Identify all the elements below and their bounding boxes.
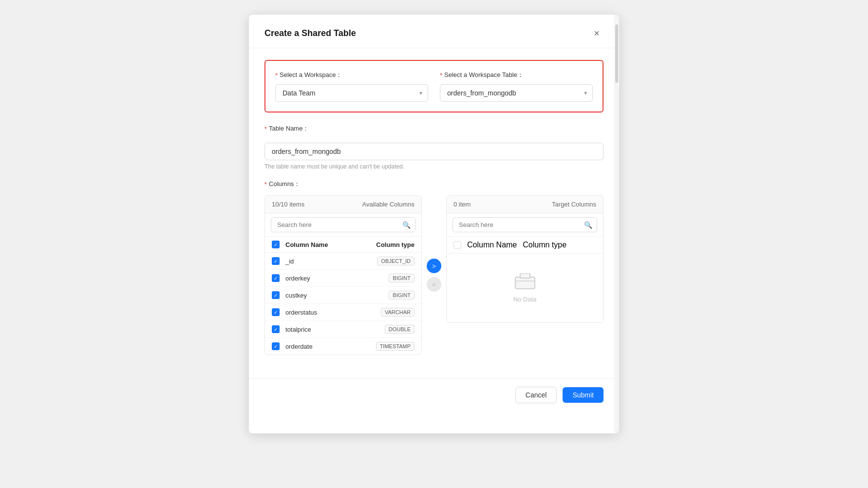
workspace-required-star: *	[275, 72, 278, 79]
dialog-body: * Select a Workspace： Data Team ▾ * Sele…	[249, 48, 619, 378]
table-name-required-star: *	[264, 125, 267, 132]
workspace-table-label-text: Select a Workspace Table：	[444, 71, 524, 79]
col-name-id: _id	[285, 258, 371, 265]
workspace-table-select[interactable]: orders_from_mongodb	[440, 84, 593, 102]
col-row-id: _id OBJECT_ID	[265, 253, 421, 270]
target-col-header: Column Name Column type	[447, 237, 603, 254]
col-name-totalprice: totalprice	[285, 326, 379, 333]
columns-required-star: *	[264, 181, 267, 188]
col-name-orderkey: orderkey	[285, 275, 383, 282]
table-name-input[interactable]	[264, 143, 604, 160]
col-checkbox-id[interactable]	[272, 257, 280, 265]
target-col-name-header: Column Name	[467, 241, 517, 249]
close-button[interactable]: ×	[590, 26, 604, 40]
col-row-orderdate: orderdate TIMESTAMP	[265, 338, 421, 355]
table-name-hint: The table name must be unique and can't …	[264, 163, 604, 170]
col-type-totalprice: DOUBLE	[385, 325, 415, 334]
columns-label: * Columns：	[264, 180, 604, 188]
available-search-box: 🔍	[265, 213, 421, 237]
col-checkbox-orderstatus[interactable]	[272, 308, 280, 316]
col-checkbox-orderkey[interactable]	[272, 274, 280, 282]
col-checkbox-custkey[interactable]	[272, 291, 280, 299]
transfer-buttons: > <	[422, 259, 446, 292]
available-count: 10/10 items	[272, 201, 304, 208]
workspace-table-select-wrapper: orders_from_mongodb ▾	[440, 84, 593, 102]
col-row-custkey: custkey BIGINT	[265, 287, 421, 304]
available-col-header: Column Name Column type	[265, 237, 421, 253]
dialog: Create a Shared Table × * Select a Works…	[249, 15, 619, 433]
svg-rect-0	[515, 277, 535, 289]
table-name-section: * Table Name： The table name must be uni…	[264, 124, 604, 170]
workspace-table-required-star: *	[440, 72, 442, 79]
workspace-selection-section: * Select a Workspace： Data Team ▾ * Sele…	[264, 60, 604, 113]
col-name-custkey: custkey	[285, 292, 383, 299]
target-search-box: 🔍	[447, 213, 603, 237]
col-name-orderdate: orderdate	[285, 343, 370, 350]
columns-panels: 10/10 items Available Columns 🔍 Column N…	[264, 195, 604, 355]
select-all-checkbox[interactable]	[272, 241, 280, 248]
no-data-panel: No Data	[447, 254, 603, 322]
workspace-table-label: * Select a Workspace Table：	[440, 71, 593, 79]
target-col-type-header: Column type	[523, 241, 566, 249]
no-data-text: No Data	[513, 296, 537, 303]
col-type-orderstatus: VARCHAR	[381, 308, 415, 317]
workspace-table-field-group: * Select a Workspace Table： orders_from_…	[440, 71, 593, 102]
scrollbar-thumb[interactable]	[615, 24, 618, 83]
transfer-back-button[interactable]: <	[427, 277, 441, 292]
workspace-label-text: Select a Workspace：	[280, 71, 342, 79]
dialog-title: Create a Shared Table	[264, 28, 356, 38]
workspace-select[interactable]: Data Team	[275, 84, 428, 102]
available-search-input[interactable]	[271, 217, 415, 232]
submit-button[interactable]: Submit	[563, 387, 604, 403]
target-select-all-checkbox[interactable]	[453, 241, 461, 249]
target-search-icon: 🔍	[584, 221, 592, 229]
col-type-custkey: BIGINT	[389, 291, 415, 300]
dialog-header: Create a Shared Table ×	[249, 15, 619, 48]
available-col-name-header: Column Name	[285, 241, 370, 248]
target-search-wrapper: 🔍	[453, 217, 597, 232]
col-row-orderkey: orderkey BIGINT	[265, 270, 421, 287]
workspace-label: * Select a Workspace：	[275, 71, 428, 79]
workspace-select-wrapper: Data Team ▾	[275, 84, 428, 102]
svg-rect-1	[520, 273, 530, 278]
available-search-icon: 🔍	[402, 221, 411, 229]
scrollbar-track	[614, 15, 619, 433]
available-search-wrapper: 🔍	[271, 217, 415, 232]
available-panel-body: _id OBJECT_ID orderkey BIGINT custkey BI…	[265, 253, 421, 355]
workspace-field-group: * Select a Workspace： Data Team ▾	[275, 71, 428, 102]
target-title: Target Columns	[552, 201, 596, 208]
col-type-orderkey: BIGINT	[389, 274, 415, 282]
available-columns-panel: 10/10 items Available Columns 🔍 Column N…	[264, 195, 422, 355]
col-checkbox-orderdate[interactable]	[272, 342, 280, 350]
target-panel-header: 0 item Target Columns	[447, 196, 603, 213]
cancel-button[interactable]: Cancel	[515, 387, 557, 403]
col-name-orderstatus: orderstatus	[285, 309, 375, 316]
target-count: 0 item	[453, 201, 471, 208]
table-name-label-text: Table Name：	[269, 124, 309, 133]
dialog-footer: Cancel Submit	[249, 378, 619, 411]
available-col-type-header: Column type	[376, 241, 415, 248]
columns-label-text: Columns：	[269, 180, 300, 188]
target-search-input[interactable]	[453, 217, 597, 232]
col-checkbox-totalprice[interactable]	[272, 325, 280, 333]
col-row-totalprice: totalprice DOUBLE	[265, 321, 421, 338]
col-row-orderstatus: orderstatus VARCHAR	[265, 304, 421, 321]
available-title: Available Columns	[362, 201, 415, 208]
target-columns-panel: 0 item Target Columns 🔍 Column Name Colu	[446, 195, 604, 323]
transfer-forward-button[interactable]: >	[427, 259, 441, 273]
col-type-orderdate: TIMESTAMP	[376, 342, 415, 351]
col-type-id: OBJECT_ID	[377, 257, 415, 265]
no-data-icon	[513, 273, 537, 291]
available-panel-header: 10/10 items Available Columns	[265, 196, 421, 213]
table-name-label: * Table Name：	[264, 124, 604, 133]
columns-section: * Columns： 10/10 items Available Columns…	[264, 180, 604, 355]
